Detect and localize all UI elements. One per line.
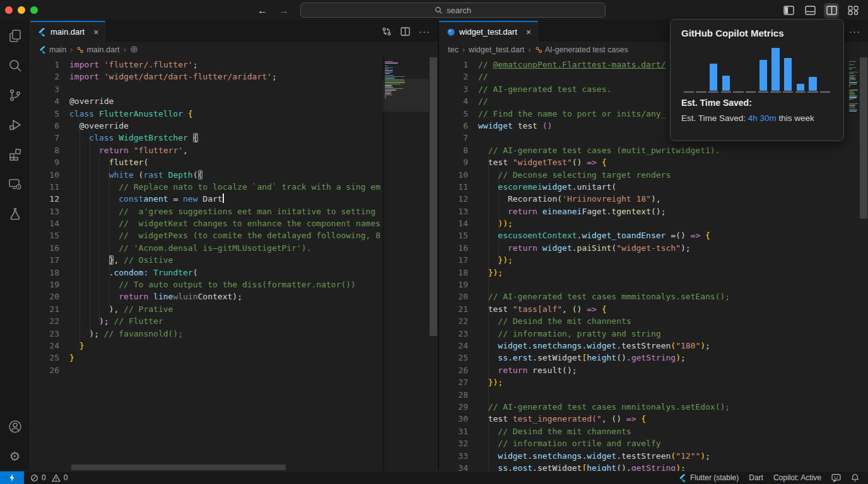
- minimize-window-button[interactable]: [18, 6, 25, 14]
- code-line[interactable]: // AI-generated test cases nmnitonalys.s…: [478, 401, 847, 413]
- code-line[interactable]: return "flutterr',: [69, 144, 382, 156]
- code-line[interactable]: class FlutterAnustellor {: [69, 108, 382, 120]
- code-line[interactable]: }, // Ositive: [69, 254, 382, 266]
- compare-changes-icon[interactable]: [382, 26, 392, 37]
- extensions-icon[interactable]: [0, 139, 30, 169]
- breadcrumb-folder[interactable]: main: [39, 45, 66, 54]
- code-line[interactable]: [69, 83, 382, 95]
- scrollbar-thumb[interactable]: [430, 57, 437, 336]
- language-mode-status[interactable]: Dart: [749, 473, 763, 482]
- code-line[interactable]: return result();: [478, 364, 847, 376]
- notifications-bell-icon[interactable]: [851, 473, 859, 482]
- left-editor[interactable]: 1234567891011121314151617181920212223242…: [30, 57, 438, 471]
- more-actions-icon[interactable]: ···: [849, 26, 860, 37]
- search-sidebar-icon[interactable]: [0, 50, 30, 80]
- remote-indicator[interactable]: [0, 471, 24, 484]
- toggle-primary-sidebar-icon[interactable]: [781, 3, 796, 18]
- code-line[interactable]: // AI-generated test cases mmmitonalys.s…: [478, 291, 847, 302]
- command-search-box[interactable]: search: [300, 3, 606, 18]
- toggle-secondary-sidebar-icon[interactable]: [824, 3, 839, 18]
- accounts-icon[interactable]: [0, 412, 30, 441]
- flutter-status[interactable]: Flutter (stable): [679, 473, 739, 482]
- minimap[interactable]: [382, 57, 429, 471]
- code-line[interactable]: // Desind the mit channents: [478, 315, 847, 327]
- code-line[interactable]: ), // Prative: [69, 303, 382, 315]
- code-line[interactable]: // a'grees suggestions eet man initative…: [69, 205, 382, 217]
- code-line[interactable]: .condom: Trundter(: [69, 267, 382, 279]
- feedback-icon[interactable]: [831, 474, 841, 482]
- settings-gear-icon[interactable]: ⚙: [0, 441, 30, 471]
- code-line[interactable]: ));: [478, 217, 847, 229]
- code-line[interactable]: }: [69, 340, 382, 352]
- code-line[interactable]: // AI-generate test cases (mutit_pwritwi…: [478, 144, 847, 156]
- close-tab-icon[interactable]: ×: [93, 27, 98, 37]
- tab-widget-test-dart[interactable]: widget_test.dart ×: [439, 21, 538, 42]
- source-control-icon[interactable]: [0, 80, 30, 110]
- code-line[interactable]: });: [478, 254, 847, 266]
- code-line[interactable]: return linewluinContext);: [69, 291, 382, 302]
- customize-layout-icon[interactable]: [845, 3, 860, 18]
- explorer-icon[interactable]: [0, 21, 30, 50]
- tab-main-dart[interactable]: main.dart ×: [30, 21, 105, 42]
- code-line[interactable]: [478, 279, 847, 291]
- code-line[interactable]: escoremeiwidget.unitart(: [478, 181, 847, 193]
- code-line[interactable]: // Deconse selecting target renders: [478, 169, 847, 181]
- code-line[interactable]: // widgetKext changes to enhance the com…: [69, 217, 382, 229]
- code-line[interactable]: return widget.paiSint("widget-tsch");: [478, 242, 847, 254]
- code-line[interactable]: // information, pratty and string: [478, 328, 847, 340]
- close-tab-icon[interactable]: ×: [526, 27, 531, 37]
- maximize-window-button[interactable]: [30, 6, 38, 14]
- code-line[interactable]: test "widgetTest"() => {: [478, 156, 847, 168]
- code-line[interactable]: }: [69, 352, 382, 364]
- code-line[interactable]: ); // favansnold();: [69, 328, 382, 340]
- code-line[interactable]: @oveerride: [69, 120, 382, 132]
- code-line[interactable]: class WidgetBrstcher {: [69, 132, 382, 144]
- code-line[interactable]: widget.snetchangs.widget.testStreen("180…: [478, 340, 847, 352]
- vertical-scrollbar[interactable]: [429, 57, 438, 471]
- code-line[interactable]: return eineaneiFaget.tgentext();: [478, 205, 847, 217]
- code-line[interactable]: [478, 389, 847, 401]
- minimap-slider[interactable]: [382, 79, 429, 112]
- code-line[interactable]: test "tass[alf", () => {: [478, 303, 847, 315]
- code-line[interactable]: ss.erst.setWidget[height().getString);: [478, 352, 847, 364]
- run-debug-icon[interactable]: [0, 110, 30, 139]
- breadcrumb-file[interactable]: widget_test.dart: [469, 45, 524, 54]
- code-line[interactable]: ); // Flutter: [69, 315, 382, 327]
- code-line[interactable]: // Desind the mit channents: [478, 425, 847, 437]
- code-line[interactable]: ss.eost.setWidget[height().getString);: [478, 462, 847, 471]
- code-line[interactable]: // To auto output to the diss(formatter.…: [69, 279, 382, 291]
- code-line[interactable]: constanent = new Dart: [69, 193, 382, 205]
- scrollbar-thumb[interactable]: [860, 57, 867, 219]
- code-line[interactable]: [69, 364, 382, 376]
- horizontal-scrollbar-thumb[interactable]: [71, 464, 286, 470]
- breadcrumb-file[interactable]: main.dart: [76, 45, 119, 54]
- code-line[interactable]: // information ortile and ravelfy: [478, 437, 847, 449]
- breadcrumb-symbol[interactable]: AI-generated test cases: [535, 45, 628, 54]
- split-editor-icon[interactable]: [401, 27, 410, 36]
- code-line[interactable]: });: [478, 376, 847, 388]
- back-arrow-icon[interactable]: ←: [257, 5, 267, 16]
- code-line[interactable]: });: [478, 267, 847, 279]
- breadcrumb-folder[interactable]: tec: [448, 45, 459, 54]
- vertical-scrollbar[interactable]: [859, 57, 868, 471]
- close-window-button[interactable]: [5, 6, 13, 14]
- copilot-status[interactable]: Copilot: Active: [773, 473, 821, 482]
- code-line[interactable]: @override: [69, 95, 382, 107]
- code-line[interactable]: // 'Acnom.densal is—gitMLUsotigetPir').: [69, 242, 382, 254]
- code-line[interactable]: import 'widget/dart/dart-flutter/aridart…: [69, 71, 382, 83]
- toggle-panel-icon[interactable]: [802, 3, 818, 18]
- minimap[interactable]: [847, 57, 859, 471]
- code-line[interactable]: Recoration('Hriinovreight 18"),: [478, 193, 847, 205]
- code-line[interactable]: flutter(: [69, 156, 382, 168]
- testing-icon[interactable]: [0, 199, 30, 228]
- remote-explorer-icon[interactable]: [0, 169, 30, 199]
- problems-status[interactable]: 0 0: [24, 473, 67, 482]
- forward-arrow-icon[interactable]: →: [279, 5, 289, 16]
- code-line[interactable]: import 'flutter/.flutter';: [69, 59, 382, 71]
- code-line[interactable]: // Replace nato to localze `and` track w…: [69, 181, 382, 193]
- code-line[interactable]: white (rast Depth((: [69, 169, 382, 181]
- code-line[interactable]: // widgetPexs (to comite the detalayed f…: [69, 229, 382, 241]
- code-line[interactable]: widget.snetchangs.widget.testStreen("12"…: [478, 450, 847, 462]
- code-line[interactable]: test test_ingenerated(", () => {: [478, 413, 847, 425]
- code-line[interactable]: escusoentContext.widget_toandEnser =() =…: [478, 229, 847, 241]
